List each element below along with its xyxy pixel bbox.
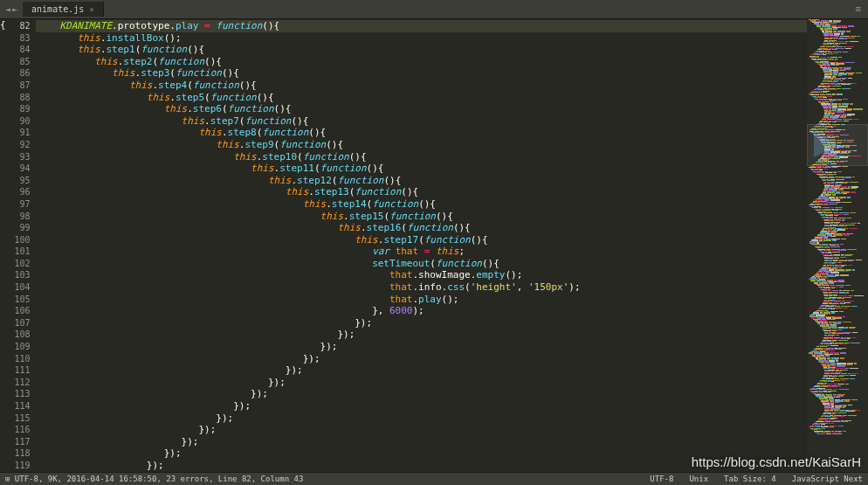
- line-number: 96: [6, 186, 31, 198]
- fold-marker-icon[interactable]: {: [0, 19, 6, 472]
- line-number: 110: [6, 353, 31, 365]
- line-number: 88: [6, 92, 31, 104]
- code-line[interactable]: this.step7(function(){: [43, 115, 807, 128]
- editor: { 82838485868788899091929394959697989910…: [0, 19, 868, 472]
- line-number: 104: [6, 281, 31, 294]
- line-number: 98: [6, 211, 31, 223]
- code-line[interactable]: });: [43, 424, 807, 436]
- minimap-viewport[interactable]: [807, 124, 868, 166]
- statusbar: ⊞ UTF-8, 9K, 2016-04-14 16:58:50, 23 err…: [0, 472, 868, 485]
- minimap[interactable]: [807, 19, 868, 472]
- line-number: 113: [6, 388, 31, 400]
- line-number: 90: [6, 115, 31, 128]
- code-line[interactable]: this.step14(function(){: [43, 198, 807, 211]
- line-number: 92: [6, 139, 31, 151]
- line-number: 114: [6, 400, 31, 412]
- code-line[interactable]: });: [43, 400, 807, 412]
- code-line[interactable]: });: [43, 341, 807, 353]
- line-number: 109: [6, 341, 31, 353]
- line-number: 87: [6, 80, 31, 92]
- line-number: 82: [6, 20, 31, 32]
- code-line[interactable]: });: [43, 377, 807, 389]
- code-line[interactable]: that.info.css('height', '150px');: [43, 281, 807, 294]
- line-number: 117: [6, 436, 31, 448]
- code-line[interactable]: this.step1(function(){: [43, 44, 807, 56]
- code-line[interactable]: var that = this;: [43, 246, 807, 258]
- line-number: 85: [6, 56, 31, 68]
- line-number: 119: [6, 460, 31, 472]
- line-number: 93: [6, 151, 31, 163]
- code-line[interactable]: });: [43, 329, 807, 341]
- code-line[interactable]: }, 6000);: [43, 305, 807, 317]
- line-number: 99: [6, 222, 31, 234]
- line-number: 116: [6, 424, 31, 436]
- code-line[interactable]: });: [43, 436, 807, 448]
- line-number: 95: [6, 175, 31, 187]
- line-number: 94: [6, 163, 31, 175]
- gutter: 8283848586878889909192939495969798991001…: [6, 19, 36, 472]
- code-line[interactable]: this.step2(function(){: [43, 56, 807, 68]
- nav-arrows: ◄ ►: [0, 4, 23, 14]
- code-line[interactable]: this.step11(function(){: [43, 163, 807, 175]
- line-number: 97: [6, 198, 31, 211]
- code-line[interactable]: this.step4(function(){: [43, 80, 807, 92]
- line-number: 118: [6, 447, 31, 460]
- line-number: 84: [6, 44, 31, 56]
- menu-icon[interactable]: ≡: [855, 3, 868, 15]
- back-icon[interactable]: ◄: [5, 4, 10, 14]
- line-number: 103: [6, 269, 31, 281]
- code-area[interactable]: KDANIMATE.prototype.play = function(){ t…: [36, 19, 807, 472]
- code-line[interactable]: that.showImage.empty();: [43, 269, 807, 281]
- code-line[interactable]: this.step8(function(){: [43, 127, 807, 139]
- code-line[interactable]: this.step5(function(){: [43, 92, 807, 104]
- line-number: 106: [6, 305, 31, 317]
- tab-animate-js[interactable]: animate.js ×: [23, 2, 104, 17]
- code-line[interactable]: this.step13(function(){: [43, 186, 807, 198]
- code-line[interactable]: that.play();: [43, 294, 807, 306]
- line-number: 100: [6, 234, 31, 246]
- code-line[interactable]: });: [43, 412, 807, 425]
- close-icon[interactable]: ×: [89, 5, 93, 14]
- line-number: 107: [6, 317, 31, 329]
- forward-icon[interactable]: ►: [12, 4, 17, 14]
- minimap-content: [809, 19, 866, 434]
- code-line[interactable]: this.step15(function(){: [43, 211, 807, 223]
- code-line[interactable]: });: [43, 364, 807, 377]
- line-number: 86: [6, 67, 31, 80]
- code-line[interactable]: this.step6(function(){: [43, 103, 807, 115]
- line-number: 115: [6, 412, 31, 425]
- code-line[interactable]: this.step16(function(){: [43, 222, 807, 234]
- code-line[interactable]: KDANIMATE.prototype.play = function(){: [36, 20, 814, 32]
- tab-label: animate.js: [31, 4, 84, 14]
- code-line[interactable]: setTimeout(function(){: [43, 258, 807, 270]
- code-line[interactable]: this.step3(function(){: [43, 67, 807, 80]
- titlebar: ◄ ► animate.js × ≡: [0, 0, 868, 19]
- line-number: 102: [6, 258, 31, 270]
- line-number: 111: [6, 364, 31, 377]
- code-line[interactable]: this.step12(function(){: [43, 175, 807, 187]
- code-line[interactable]: this.step9(function(){: [43, 139, 807, 151]
- status-syntax[interactable]: JavaScript Next: [792, 475, 863, 483]
- code-line[interactable]: });: [43, 317, 807, 329]
- line-number: 83: [6, 32, 31, 45]
- code-line[interactable]: });: [43, 460, 807, 472]
- status-left[interactable]: ⊞ UTF-8, 9K, 2016-04-14 16:58:50, 23 err…: [5, 475, 303, 483]
- line-number: 89: [6, 103, 31, 115]
- code-line[interactable]: });: [43, 388, 807, 400]
- status-tab-size[interactable]: Tab Size: 4: [724, 475, 776, 483]
- line-number: 108: [6, 329, 31, 341]
- line-number: 105: [6, 294, 31, 306]
- code-line[interactable]: this.installBox();: [43, 32, 807, 45]
- status-line-ending[interactable]: Unix: [689, 475, 708, 483]
- code-line[interactable]: });: [43, 447, 807, 460]
- code-line[interactable]: });: [43, 353, 807, 365]
- line-number: 112: [6, 377, 31, 389]
- status-encoding[interactable]: UTF-8: [650, 475, 673, 483]
- line-number: 91: [6, 127, 31, 139]
- line-number: 101: [6, 246, 31, 258]
- code-line[interactable]: this.step17(function(){: [43, 234, 807, 246]
- code-line[interactable]: this.step10(function(){: [43, 151, 807, 163]
